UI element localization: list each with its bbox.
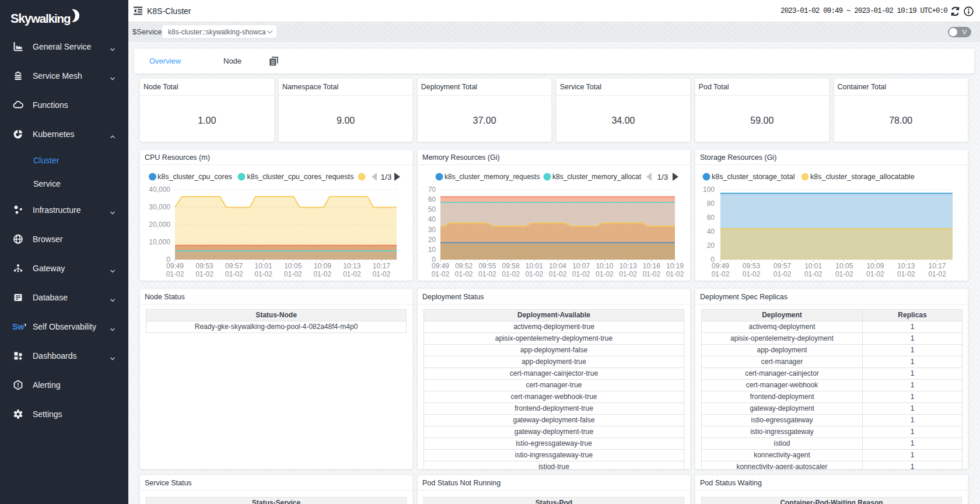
svg-text:01-02: 01-02 xyxy=(455,270,473,278)
svg-text:k8s_cluster_memory_allocat: k8s_cluster_memory_allocat xyxy=(552,173,642,181)
svg-text:01-02: 01-02 xyxy=(928,270,946,278)
svg-text:50: 50 xyxy=(428,205,436,214)
svg-text:10:13: 10:13 xyxy=(343,262,360,270)
svg-text:01-02: 01-02 xyxy=(743,270,761,278)
svg-text:01-02: 01-02 xyxy=(866,270,884,278)
svg-text:10:17: 10:17 xyxy=(373,262,390,270)
svg-text:09:57: 09:57 xyxy=(774,262,791,270)
svg-text:01-02: 01-02 xyxy=(478,270,496,278)
svg-text:01-02: 01-02 xyxy=(502,270,520,278)
svg-text:20: 20 xyxy=(428,236,436,244)
svg-text:10:09: 10:09 xyxy=(866,262,884,270)
svg-text:10:13: 10:13 xyxy=(897,262,915,270)
svg-text:01-02: 01-02 xyxy=(343,270,361,278)
svg-text:1/3: 1/3 xyxy=(657,173,668,181)
svg-text:09:49: 09:49 xyxy=(166,262,184,270)
svg-text:10:01: 10:01 xyxy=(526,262,543,270)
svg-text:01-02: 01-02 xyxy=(432,270,450,278)
svg-text:40: 40 xyxy=(707,228,715,236)
svg-text:09:53: 09:53 xyxy=(743,262,760,270)
svg-text:10:07: 10:07 xyxy=(572,262,590,270)
svg-text:10:05: 10:05 xyxy=(835,262,853,270)
svg-text:10: 10 xyxy=(428,246,436,254)
svg-text:01-02: 01-02 xyxy=(525,270,543,278)
svg-text:k8s_cluster_cpu_cores: k8s_cluster_cpu_cores xyxy=(158,173,232,181)
svg-text:100: 100 xyxy=(703,186,715,194)
svg-text:30,000: 30,000 xyxy=(149,203,170,211)
svg-text:20: 20 xyxy=(707,242,715,250)
svg-text:01-02: 01-02 xyxy=(712,270,730,278)
svg-text:10:01: 10:01 xyxy=(804,262,822,270)
svg-text:k8s_cluster_cpu_cores_requests: k8s_cluster_cpu_cores_requests xyxy=(247,173,354,181)
svg-text:60: 60 xyxy=(428,195,436,204)
svg-text:10:10: 10:10 xyxy=(596,262,613,270)
svg-text:1/3: 1/3 xyxy=(381,173,392,181)
svg-text:01-02: 01-02 xyxy=(166,270,184,278)
svg-text:10:13: 10:13 xyxy=(620,262,637,270)
svg-text:01-02: 01-02 xyxy=(596,270,614,278)
svg-text:k8s_cluster_storage_total: k8s_cluster_storage_total xyxy=(712,173,794,181)
svg-text:09:52: 09:52 xyxy=(455,262,473,270)
svg-text:40: 40 xyxy=(428,215,436,223)
svg-text:60: 60 xyxy=(707,214,715,222)
svg-text:01-02: 01-02 xyxy=(642,270,660,278)
svg-text:10:16: 10:16 xyxy=(643,262,660,270)
svg-text:09:57: 09:57 xyxy=(225,262,243,270)
svg-text:10:04: 10:04 xyxy=(549,262,566,270)
svg-text:01-02: 01-02 xyxy=(254,270,272,278)
svg-text:80: 80 xyxy=(707,200,715,208)
svg-text:01-02: 01-02 xyxy=(774,270,792,278)
svg-text:k8s_cluster_memory_requests: k8s_cluster_memory_requests xyxy=(444,173,540,181)
svg-text:09:49: 09:49 xyxy=(432,262,449,270)
svg-text:01-02: 01-02 xyxy=(549,270,567,278)
svg-text:01-02: 01-02 xyxy=(372,270,390,278)
svg-text:01-02: 01-02 xyxy=(666,270,684,278)
svg-text:10:09: 10:09 xyxy=(314,262,331,270)
svg-text:70: 70 xyxy=(428,186,436,194)
svg-text:09:49: 09:49 xyxy=(712,262,729,270)
svg-text:40,000: 40,000 xyxy=(149,186,170,194)
svg-text:01-02: 01-02 xyxy=(225,270,243,278)
svg-text:30: 30 xyxy=(428,226,436,234)
svg-text:k8s_cluster_storage_allocatabl: k8s_cluster_storage_allocatable xyxy=(810,173,915,181)
svg-text:01-02: 01-02 xyxy=(572,270,590,278)
svg-text:09:55: 09:55 xyxy=(478,262,496,270)
svg-text:01-02: 01-02 xyxy=(619,270,637,278)
svg-text:09:53: 09:53 xyxy=(195,262,213,270)
svg-text:10:17: 10:17 xyxy=(928,262,946,270)
svg-text:01-02: 01-02 xyxy=(313,270,331,278)
svg-text:01-02: 01-02 xyxy=(195,270,214,278)
svg-text:01-02: 01-02 xyxy=(284,270,302,278)
svg-text:10,000: 10,000 xyxy=(149,238,170,246)
svg-text:10:01: 10:01 xyxy=(255,262,272,270)
svg-text:20,000: 20,000 xyxy=(149,220,170,229)
svg-text:01-02: 01-02 xyxy=(835,270,853,278)
svg-text:01-02: 01-02 xyxy=(897,270,915,278)
svg-text:10:19: 10:19 xyxy=(666,262,684,270)
svg-text:09:58: 09:58 xyxy=(502,262,520,270)
svg-text:01-02: 01-02 xyxy=(804,270,822,278)
svg-text:10:05: 10:05 xyxy=(284,262,302,270)
